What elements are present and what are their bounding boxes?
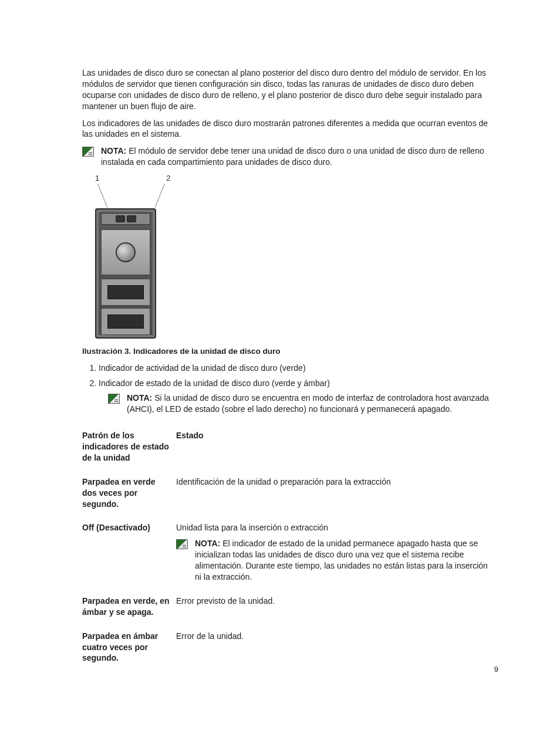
table-header-pattern: Patrón de los indicadores de estado de l… (82, 425, 176, 472)
hdd-module-illustration (95, 208, 156, 339)
state-cell: Error de la unidad. (176, 626, 498, 672)
table-row: Parpadea en ámbar cuatro veces por segun… (82, 626, 498, 672)
note-label: NOTA: (195, 539, 220, 548)
note-2-text: NOTA: Si la unidad de disco duro se encu… (127, 393, 498, 415)
state-cell: Identificación de la unidad o preparació… (176, 472, 498, 518)
intro-paragraph-1: Las unidades de disco duro se conectan a… (82, 67, 498, 112)
page-number: 9 (494, 665, 498, 674)
table-row: Parpadea en verde, en ámbar y se apaga. … (82, 591, 498, 626)
callout-1: 1 (95, 174, 99, 182)
pattern-cell: Off (Desactivado) (82, 518, 176, 590)
intro-paragraph-2: Los indicadores de las unidades de disco… (82, 118, 498, 140)
note-icon (176, 539, 188, 549)
figure-legend-list: Indicador de actividad de la unidad de d… (99, 363, 498, 389)
note-label: NOTA: (101, 146, 126, 155)
status-pattern-table: Patrón de los indicadores de estado de l… (82, 425, 498, 672)
legend-item-2: Indicador de estado de la unidad de disc… (99, 378, 498, 390)
state-text: Unidad lista para la inserción o extracc… (176, 523, 328, 532)
pattern-cell: Parpadea en verde dos veces por segundo. (82, 472, 176, 518)
note-label: NOTA: (127, 393, 152, 403)
table-row: Parpadea en verde dos veces por segundo.… (82, 472, 498, 518)
state-cell: Error previsto de la unidad. (176, 591, 498, 626)
note-body: El módulo de servidor debe tener una uni… (101, 146, 484, 167)
pattern-cell: Parpadea en verde, en ámbar y se apaga. (82, 591, 176, 626)
note-icon (108, 394, 120, 404)
note-1: NOTA: El módulo de servidor debe tener u… (82, 146, 498, 168)
note-icon (82, 147, 94, 157)
figure-hdd-indicators: 1 2 (87, 174, 498, 339)
legend-item-1: Indicador de actividad de la unidad de d… (99, 363, 498, 374)
note-1-text: NOTA: El módulo de servidor debe tener u… (101, 146, 498, 168)
note-body: El indicador de estado de la unidad perm… (195, 539, 488, 581)
note-2: NOTA: Si la unidad de disco duro se encu… (108, 393, 498, 415)
pattern-cell: Parpadea en ámbar cuatro veces por segun… (82, 626, 176, 672)
row-note: NOTA: El indicador de estado de la unida… (176, 538, 492, 583)
figure-caption: Ilustración 3. Indicadores de la unidad … (82, 347, 498, 356)
callout-2: 2 (166, 174, 170, 182)
state-cell: Unidad lista para la inserción o extracc… (176, 518, 498, 590)
note-body: Si la unidad de disco duro se encuentra … (127, 393, 489, 414)
table-header-state: Estado (176, 425, 498, 472)
table-row: Off (Desactivado) Unidad lista para la i… (82, 518, 498, 590)
